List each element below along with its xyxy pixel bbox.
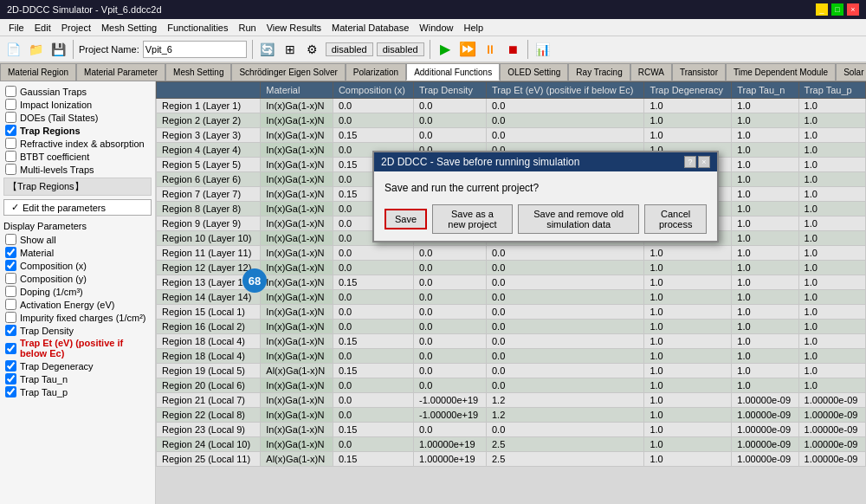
menu-func[interactable]: Functionalities bbox=[162, 21, 233, 35]
dialog-body: Save and run the current project? Save S… bbox=[374, 171, 717, 241]
sidebar-display-activation[interactable]: Activation Energy (eV) bbox=[3, 298, 152, 311]
dialog-question-btn[interactable]: ? bbox=[684, 156, 696, 168]
menu-help[interactable]: Help bbox=[458, 21, 488, 35]
sidebar-display-impurity[interactable]: Impurity fixed charges (1/cm²) bbox=[3, 311, 152, 324]
sidebar-display-doping[interactable]: Doping (1/cm³) bbox=[3, 285, 152, 298]
sidebar-display-compx[interactable]: Composition (x) bbox=[3, 259, 152, 272]
dialog-overlay: 68 2D DDCC - Save before running simulat… bbox=[156, 81, 866, 504]
tab-transistor[interactable]: Transistor bbox=[672, 63, 726, 81]
sidebar-item-multitraps[interactable]: Multi-levels Traps bbox=[3, 163, 152, 176]
save-new-button[interactable]: Save as a new project bbox=[432, 204, 513, 234]
tab-solar-cell[interactable]: Solar Cell bbox=[836, 63, 866, 81]
checkbox-trap[interactable] bbox=[5, 125, 16, 136]
checkbox-taun[interactable] bbox=[5, 373, 16, 384]
tab-material-region[interactable]: Material Region bbox=[0, 63, 76, 81]
sidebar-display-trapdeg[interactable]: Trap Degeneracy bbox=[3, 359, 152, 372]
badge: 68 bbox=[242, 268, 267, 293]
label-compx: Composition (x) bbox=[20, 261, 87, 271]
new-file-icon[interactable]: 📄 bbox=[3, 40, 23, 59]
label-taun: Trap Tau_n bbox=[20, 374, 68, 384]
close-button[interactable]: × bbox=[847, 3, 859, 16]
menu-edit[interactable]: Edit bbox=[29, 21, 56, 35]
tab-mesh-setting[interactable]: Mesh Setting bbox=[165, 63, 231, 81]
stop-button[interactable]: ⏹ bbox=[503, 40, 522, 59]
sidebar-display-trapdensity[interactable]: Trap Density bbox=[3, 324, 152, 337]
checkbox-activation[interactable] bbox=[5, 299, 16, 310]
checkbox-material[interactable] bbox=[5, 247, 16, 258]
chart-icon[interactable]: 📊 bbox=[533, 40, 553, 59]
cancel-button[interactable]: Cancel process bbox=[644, 204, 707, 234]
checkmark-icon: ✓ bbox=[11, 202, 19, 213]
maximize-button[interactable]: □ bbox=[831, 3, 843, 16]
run-button[interactable]: ▶ bbox=[436, 40, 455, 59]
checkbox-doping[interactable] bbox=[5, 286, 16, 297]
label-taup: Trap Tau_p bbox=[20, 387, 68, 397]
menu-mesh[interactable]: Mesh Setting bbox=[96, 21, 162, 35]
tab-polarization[interactable]: Polarization bbox=[346, 63, 406, 81]
tab-additional-functions[interactable]: Additional Functions bbox=[406, 63, 500, 81]
checkbox-btbt[interactable] bbox=[5, 151, 16, 162]
label-trapet: Trap Et (eV) (positive if below Ec) bbox=[20, 338, 150, 359]
settings-icon[interactable]: ⚙ bbox=[303, 40, 322, 59]
menu-matdb[interactable]: Material Database bbox=[326, 21, 414, 35]
menu-project[interactable]: Project bbox=[56, 21, 96, 35]
sidebar-item-gaussian-traps[interactable]: Gaussian Traps bbox=[3, 85, 152, 98]
checkbox-trapdensity[interactable] bbox=[5, 325, 16, 336]
edit-params-button[interactable]: ✓ Edit the parameters bbox=[3, 199, 152, 216]
label-impurity: Impurity fixed charges (1/cm²) bbox=[20, 313, 145, 323]
save-file-icon[interactable]: 💾 bbox=[48, 40, 68, 59]
sidebar-label-refractive: Refractive index & absorption bbox=[20, 139, 145, 149]
sidebar-item-trap[interactable]: Trap Regions bbox=[3, 124, 152, 137]
checkbox-gaussian-traps[interactable] bbox=[5, 86, 16, 97]
tab-oled[interactable]: OLED Setting bbox=[500, 63, 568, 81]
tab-time-dep[interactable]: Time Dependent Module bbox=[726, 63, 836, 81]
sidebar-item-refractive[interactable]: Refractive index & absorption bbox=[3, 137, 152, 150]
checkbox-showall[interactable] bbox=[5, 234, 16, 245]
toolbar: 📄 📁 💾 Project Name: 🔄 ⊞ ⚙ disabled disab… bbox=[0, 36, 866, 62]
checkbox-taup[interactable] bbox=[5, 386, 16, 397]
sidebar-display-taup[interactable]: Trap Tau_p bbox=[3, 385, 152, 398]
checkbox-refractive[interactable] bbox=[5, 138, 16, 149]
open-file-icon[interactable]: 📁 bbox=[26, 40, 45, 59]
tab-schrodinger[interactable]: Schrödinger Eigen Solver bbox=[231, 63, 345, 81]
checkbox-multitraps[interactable] bbox=[5, 164, 16, 175]
save-button[interactable]: Save bbox=[385, 209, 427, 229]
sidebar-item-btbt[interactable]: BTBT coefficient bbox=[3, 150, 152, 163]
checkbox-impurity[interactable] bbox=[5, 312, 16, 323]
tab-rcwa[interactable]: RCWA bbox=[630, 63, 672, 81]
checkbox-trapet[interactable] bbox=[5, 343, 16, 354]
run-fast-button[interactable]: ⏩ bbox=[458, 40, 477, 59]
checkbox-trapdeg[interactable] bbox=[5, 360, 16, 372]
checkbox-compx[interactable] bbox=[5, 260, 16, 271]
menu-file[interactable]: File bbox=[3, 21, 29, 35]
minimize-button[interactable]: _ bbox=[816, 3, 828, 16]
tab-bar: Material Region Material Parameter Mesh … bbox=[0, 62, 866, 81]
title-bar: 2D-DDCC Simulator - Vpit_6.ddcc2d _ □ × bbox=[0, 0, 866, 19]
checkbox-does[interactable] bbox=[5, 112, 16, 123]
sidebar-item-impact[interactable]: Impact Ionization bbox=[3, 98, 152, 111]
sidebar-display-material[interactable]: Material bbox=[3, 246, 152, 259]
dialog-close-btn[interactable]: × bbox=[698, 156, 710, 168]
checkbox-compy[interactable] bbox=[5, 273, 16, 284]
sidebar-display-compy[interactable]: Composition (y) bbox=[3, 272, 152, 285]
label-showall: Show all bbox=[20, 235, 56, 245]
sidebar-display-showall[interactable]: Show all bbox=[3, 233, 152, 246]
sidebar-display-trapet[interactable]: Trap Et (eV) (positive if below Ec) bbox=[3, 337, 152, 359]
refresh-icon[interactable]: 🔄 bbox=[258, 40, 277, 59]
tab-ray-tracing[interactable]: Ray Tracing bbox=[568, 63, 630, 81]
edit-params-label: Edit the parameters bbox=[23, 203, 106, 213]
sidebar-label-impact: Impact Ionization bbox=[20, 100, 92, 110]
tab-material-param[interactable]: Material Parameter bbox=[76, 63, 165, 81]
pause-button[interactable]: ⏸ bbox=[481, 40, 500, 59]
checkbox-impact[interactable] bbox=[5, 99, 16, 110]
mesh-icon[interactable]: ⊞ bbox=[281, 40, 300, 59]
sidebar-item-does[interactable]: DOEs (Tail States) bbox=[3, 111, 152, 124]
sidebar-display-taun[interactable]: Trap Tau_n bbox=[3, 372, 152, 385]
menu-view[interactable]: View Results bbox=[262, 21, 326, 35]
project-name-input[interactable] bbox=[143, 41, 247, 58]
badge-value: 68 bbox=[249, 275, 261, 288]
menu-run[interactable]: Run bbox=[233, 21, 261, 35]
dialog-title-controls: ? × bbox=[684, 156, 710, 168]
save-remove-button[interactable]: Save and remove old simulation data bbox=[518, 204, 639, 234]
menu-window[interactable]: Window bbox=[414, 21, 458, 35]
